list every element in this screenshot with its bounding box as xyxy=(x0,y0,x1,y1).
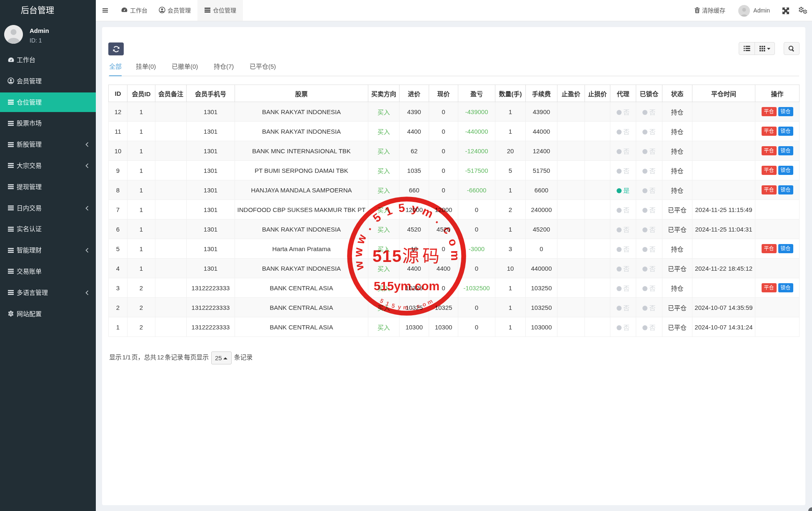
svg-text:.: . xyxy=(361,222,374,233)
svg-text:y: y xyxy=(410,202,419,215)
svg-text:o: o xyxy=(446,237,460,247)
svg-text:.: . xyxy=(433,214,444,226)
svg-text:w: w xyxy=(353,232,369,246)
svg-text:515ym.com: 515ym.com xyxy=(374,279,440,293)
svg-text:o: o xyxy=(421,301,427,308)
svg-text:c: c xyxy=(440,224,455,237)
svg-text:m: m xyxy=(448,250,461,261)
svg-text:1: 1 xyxy=(383,204,394,219)
svg-text:.: . xyxy=(411,304,413,310)
svg-text:w: w xyxy=(351,247,365,257)
svg-text:w: w xyxy=(352,260,366,272)
svg-text:5: 5 xyxy=(379,297,385,305)
svg-text:5: 5 xyxy=(391,302,396,309)
svg-text:5: 5 xyxy=(397,201,405,214)
svg-text:1: 1 xyxy=(385,300,390,307)
svg-text:y: y xyxy=(397,303,401,310)
svg-text:c: c xyxy=(416,302,420,309)
svg-text:m: m xyxy=(403,304,408,311)
svg-text:5: 5 xyxy=(370,211,383,225)
svg-text:515源码: 515源码 xyxy=(372,247,440,266)
